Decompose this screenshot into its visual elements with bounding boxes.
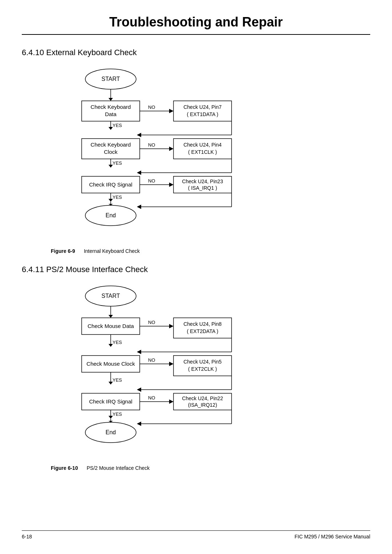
ms-no3-label: NO [148,395,155,401]
kb-irq-label: Check IRQ Signal [89,181,132,188]
ms-check-clock-label: Check Mouse Clock [86,361,135,367]
kb-start-label: START [102,76,120,82]
svg-marker-35 [109,315,113,318]
svg-marker-42 [137,350,141,354]
mouse-flowchart-svg: START Check Mouse Data NO Check U24, Pin… [51,283,276,461]
svg-marker-2 [109,98,113,101]
ms-side3-line1: Check U24, Pin22 [182,395,223,401]
section-mouse: 6.4.11 PS/2 Mouse Interface Check START … [22,265,370,471]
kb-end-label: End [106,212,116,218]
footer-left: 6-18 [22,534,32,539]
svg-marker-47 [169,362,173,366]
svg-marker-29 [109,199,113,202]
kb-yes2-label: YES [113,160,122,166]
footer-right: FIC M295 / M296 Service Manual [294,534,370,539]
svg-marker-11 [109,127,113,130]
kb-side2-line2: ( EXT1CLK ) [188,149,217,155]
figure-10-label: Figure 6-10 [51,465,78,471]
ms-no2-label: NO [148,357,155,363]
ms-side2-line1: Check U24, Pin5 [183,359,221,365]
kb-side1-line2: ( EXT1DATA ) [187,111,219,117]
kb-no3-label: NO [148,178,155,184]
svg-marker-38 [169,324,173,328]
svg-marker-14 [169,147,173,151]
kb-check-data-line2: Data [105,111,117,117]
svg-marker-53 [109,382,113,385]
svg-marker-44 [109,344,113,347]
page-header: Troubleshooting and Repair [22,15,370,35]
svg-marker-5 [169,109,173,113]
kb-side1-line1: Check U24, Pin7 [183,104,221,110]
ms-side1-line2: ( EXT2DATA ) [187,328,219,334]
keyboard-diagram: START Check Keyboard Data NO Check U24, … [51,66,370,245]
figure-10-text: PS/2 Mouse Inteface Check [87,465,150,471]
ms-yes1-label: YES [113,340,122,345]
figure-10-caption: Figure 6-10 PS/2 Mouse Inteface Check [51,465,370,471]
svg-marker-20 [109,165,113,168]
kb-side2-line1: Check U24, Pin4 [183,142,221,148]
kb-check-clock-line1: Check Keyboard [91,141,131,148]
svg-marker-60 [137,422,141,426]
kb-yes3-label: YES [113,194,122,200]
ms-start-label: START [102,293,120,299]
section-mouse-title: 6.4.11 PS/2 Mouse Interface Check [22,265,370,274]
ms-side2-line2: ( EXT2CLK ) [188,366,217,372]
ms-yes2-label: YES [113,377,122,383]
page-footer: 6-18 FIC M295 / M296 Service Manual [22,530,370,539]
kb-yes1-label: YES [113,123,122,128]
ms-side3-line2: (ISA_IRQ12) [188,402,217,408]
kb-check-clock-line2: Clock [104,149,118,155]
kb-check-data-line1: Check Keyboard [91,104,131,110]
ms-check-data-label: Check Mouse Data [87,323,134,329]
keyboard-flowchart-svg: START Check Keyboard Data NO Check U24, … [51,66,276,244]
ms-irq-label: Check IRQ Signal [89,398,132,405]
page: Troubleshooting and Repair 6.4.10 Extern… [0,0,392,554]
svg-marker-27 [137,205,141,209]
kb-side3-line2: ( ISA_IRQ1 ) [188,185,217,191]
kb-no1-label: NO [148,104,155,110]
svg-marker-9 [137,133,141,137]
svg-marker-18 [137,171,141,175]
section-keyboard-title: 6.4.10 External Keyboard Check [22,48,370,57]
figure-9-caption: Figure 6-9 Internal Keyboard Check [51,248,370,254]
ms-side1-line1: Check U24, Pin8 [183,321,221,327]
section-keyboard: 6.4.10 External Keyboard Check START Che… [22,48,370,254]
figure-9-label: Figure 6-9 [51,248,75,254]
page-title: Troubleshooting and Repair [22,15,370,30]
svg-marker-23 [169,182,173,187]
mouse-diagram: START Check Mouse Data NO Check U24, Pin… [51,283,370,462]
figure-9-text: Internal Keyboard Check [84,248,140,254]
svg-marker-62 [109,416,113,419]
svg-marker-51 [137,387,141,392]
svg-marker-56 [169,399,173,404]
ms-end-label: End [106,429,116,435]
ms-no1-label: NO [148,320,155,325]
kb-side3-line1: Check U24, Pin23 [182,178,223,184]
ms-yes3-label: YES [113,411,122,417]
kb-no2-label: NO [148,142,155,148]
